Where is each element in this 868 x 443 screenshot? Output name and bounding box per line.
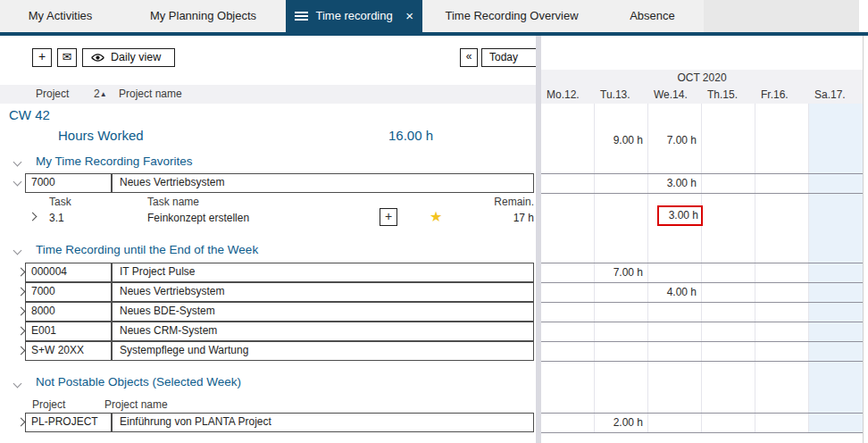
tab-bar-right-area: [704, 0, 859, 32]
pane-splitter[interactable]: [536, 36, 541, 443]
tab-my-planning-objects[interactable]: My Planning Objects: [121, 0, 286, 32]
project-header-band: [0, 85, 536, 104]
task-column-header: Task: [49, 196, 71, 208]
remaining-column-header: Remain.: [464, 196, 534, 208]
expand-chevron-icon[interactable]: [17, 288, 26, 297]
project-id-cell[interactable]: S+W 20XX: [25, 341, 112, 361]
project-name-cell[interactable]: Neues CRM-System: [112, 322, 534, 341]
task-id[interactable]: 3.1: [49, 212, 64, 224]
saturday-column-highlight: [809, 104, 863, 432]
project-name-cell[interactable]: IT Project Pulse: [112, 263, 534, 282]
time-recording-window: My Activities My Planning Objects Time r…: [0, 0, 868, 443]
collapse-chevron-icon[interactable]: [13, 158, 22, 167]
selected-booking-cell[interactable]: 3.00 h: [657, 205, 703, 226]
project-column-header[interactable]: Project: [36, 88, 69, 100]
project-id-cell[interactable]: 000004: [25, 263, 112, 282]
row-line: [541, 263, 863, 263]
not-postable-section-title[interactable]: Not Postable Objects (Selected Week): [36, 375, 241, 389]
month-label: OCT 2020: [541, 71, 863, 84]
close-icon[interactable]: ×: [405, 0, 413, 32]
day-header-tu[interactable]: Tu.13.: [595, 87, 648, 104]
day-header-th[interactable]: Th.15.: [702, 87, 755, 104]
expand-chevron-icon[interactable]: [17, 307, 26, 316]
row-line: [541, 173, 863, 174]
vertical-scrollbar[interactable]: [863, 36, 868, 443]
project-id-cell[interactable]: 7000: [25, 173, 112, 193]
hours-worked-label: Hours Worked: [58, 128, 144, 143]
task-hours-we: 3.00 h: [659, 207, 701, 224]
project-column-header: Project: [32, 398, 65, 411]
favorites-section-title[interactable]: My Time Recording Favorites: [36, 155, 193, 168]
collapse-chevron-icon[interactable]: [13, 380, 22, 389]
expand-chevron-icon[interactable]: [17, 268, 26, 277]
tab-label: Time recording: [308, 0, 400, 32]
project-name-cell[interactable]: Neues Vertriebsystem: [112, 173, 534, 193]
week-section-title[interactable]: Time Recording until the End of the Week: [36, 243, 258, 256]
collapse-chevron-icon[interactable]: [13, 247, 22, 255]
hours-worked-tu: 9.00 h: [595, 130, 646, 150]
project-id-cell[interactable]: 8000: [25, 302, 112, 322]
add-button[interactable]: +: [32, 48, 52, 67]
project-id-cell[interactable]: PL-PROJECT: [25, 413, 112, 432]
active-tab-underline: [0, 32, 868, 36]
grid-line: [701, 104, 702, 432]
day-header-sa[interactable]: Sa.17.: [809, 87, 863, 104]
calendar-week-label: CW 42: [9, 107, 50, 122]
project-hours-we[interactable]: 3.00 h: [648, 173, 699, 193]
row-line: [541, 341, 863, 342]
add-booking-button[interactable]: +: [380, 208, 397, 226]
project-name-cell[interactable]: Einführung von PLANTA Project: [112, 413, 534, 432]
row-line: [541, 322, 863, 322]
row-line: [541, 413, 863, 414]
task-name[interactable]: Feinkonzept erstellen: [147, 212, 249, 224]
previous-week-button[interactable]: «: [460, 48, 478, 67]
task-name-column-header: Task name: [147, 196, 199, 208]
row-line: [541, 361, 863, 362]
today-button[interactable]: Today: [481, 48, 538, 67]
favorite-star-icon[interactable]: ★: [430, 208, 442, 225]
tab-bar-corner: [859, 0, 868, 32]
expand-chevron-icon[interactable]: [17, 347, 26, 355]
day-header-mo[interactable]: Mo.12.: [541, 87, 595, 104]
row-line: [541, 282, 863, 283]
project-hours-tu[interactable]: 7.00 h: [595, 263, 646, 282]
sort-arrow-icon: ▲: [100, 90, 107, 98]
grid-line: [755, 104, 755, 432]
grid-line: [808, 104, 809, 432]
daily-view-label: Daily view: [111, 50, 161, 65]
menu-icon[interactable]: [295, 12, 308, 21]
project-name-column-header[interactable]: Project name: [119, 88, 182, 100]
tab-my-activities[interactable]: My Activities: [0, 0, 121, 32]
expand-chevron-icon[interactable]: [29, 213, 38, 222]
project-name-cell[interactable]: Systempflege und Wartung: [112, 341, 534, 361]
task-remaining: 17 h: [482, 212, 534, 224]
row-line: [541, 302, 863, 303]
row-line: [541, 432, 863, 433]
eye-icon: [91, 53, 104, 63]
project-name-cell[interactable]: Neues BDE-System: [112, 302, 534, 322]
expand-chevron-icon[interactable]: [17, 327, 26, 336]
row-line: [541, 193, 863, 194]
grid-line: [647, 104, 648, 432]
day-header-we[interactable]: We.14.: [648, 87, 702, 104]
day-header-fr[interactable]: Fr.16.: [755, 87, 809, 104]
hours-worked-total: 16.00 h: [326, 128, 433, 143]
daily-view-button[interactable]: Daily view: [82, 48, 175, 67]
mail-button[interactable]: ✉: [57, 48, 77, 67]
tab-time-recording-overview[interactable]: Time Recording Overview: [422, 0, 601, 32]
collapse-chevron-icon[interactable]: [13, 178, 22, 187]
sort-indicator[interactable]: 2▲: [94, 88, 107, 100]
expand-chevron-icon[interactable]: [17, 418, 26, 427]
project-id-cell[interactable]: 7000: [25, 282, 112, 302]
project-name-cell[interactable]: Neues Vertriebsystem: [112, 282, 534, 302]
project-id-cell[interactable]: E001: [25, 322, 112, 341]
tab-absence[interactable]: Absence: [601, 0, 704, 32]
tab-time-recording[interactable]: Time recording ×: [286, 0, 422, 32]
hours-worked-we: 7.00 h: [648, 130, 699, 150]
project-name-column-header: Project name: [104, 398, 168, 411]
project-hours-tu[interactable]: 2.00 h: [595, 413, 646, 432]
project-hours-we[interactable]: 4.00 h: [648, 282, 699, 302]
